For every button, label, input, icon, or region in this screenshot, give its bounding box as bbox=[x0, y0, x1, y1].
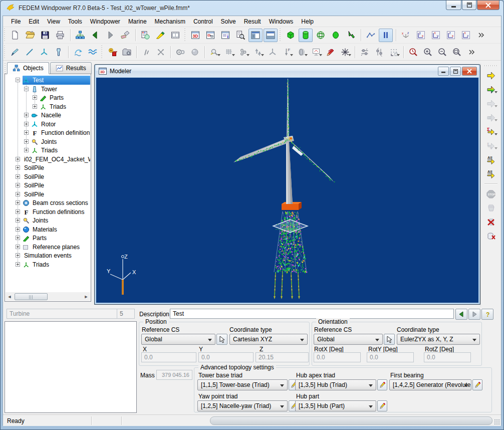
back-arrow-button[interactable] bbox=[88, 29, 102, 42]
expand-icon[interactable] bbox=[16, 157, 20, 161]
waves-button[interactable] bbox=[86, 46, 100, 59]
next-object-button[interactable] bbox=[468, 309, 480, 320]
stop-sign-button[interactable]: STOP bbox=[483, 187, 498, 200]
wireframe-sphere-button[interactable] bbox=[314, 29, 328, 42]
object-browser-button[interactable] bbox=[138, 29, 152, 42]
expand-icon[interactable] bbox=[16, 218, 20, 223]
run-all-arrow-button[interactable]: All bbox=[483, 153, 498, 166]
menu-help[interactable]: Help bbox=[297, 17, 318, 27]
menu-result[interactable]: Result bbox=[240, 17, 265, 27]
menu-edit[interactable]: Edit bbox=[25, 17, 43, 27]
menu-marine[interactable]: Marine bbox=[124, 17, 151, 27]
tower-base-triad-combo[interactable]: [1,1,5] Tower-base (Triad) bbox=[197, 379, 288, 390]
expand-icon[interactable] bbox=[33, 95, 37, 100]
expand-icon[interactable] bbox=[16, 245, 20, 249]
collapse-icon[interactable] bbox=[16, 78, 20, 82]
delete-results-button[interactable] bbox=[483, 230, 498, 243]
tree-item-tower[interactable]: Tower bbox=[6, 85, 90, 94]
expand-icon[interactable] bbox=[16, 253, 20, 258]
solid-cube-button[interactable] bbox=[284, 29, 298, 42]
zoom-fit-button[interactable] bbox=[450, 46, 464, 59]
folder-gear-button[interactable] bbox=[120, 46, 134, 59]
sphere-gray-button[interactable] bbox=[188, 46, 202, 59]
save-button[interactable] bbox=[38, 29, 52, 42]
sketch-lines-button[interactable] bbox=[139, 46, 153, 59]
expand-icon[interactable] bbox=[16, 165, 20, 170]
sea-current-button[interactable] bbox=[71, 46, 85, 59]
expand-icon[interactable] bbox=[24, 113, 29, 117]
grid-plate-button[interactable] bbox=[222, 46, 236, 59]
position-reference-cs-combo[interactable]: Global bbox=[141, 334, 215, 345]
tree-item-function-definitions[interactable]: FFunction definitions bbox=[6, 128, 90, 137]
yaw-point-triad-combo[interactable]: [1,2,5] Nacelle-yaw (Triad) bbox=[197, 400, 288, 411]
overflow-chevron-button[interactable] bbox=[464, 46, 478, 59]
cross-arrows-button[interactable] bbox=[154, 46, 168, 59]
modeler-title-bar[interactable]: 3D Modeler bbox=[96, 65, 479, 77]
run-striped-arrow-button[interactable] bbox=[483, 111, 498, 124]
pause-button[interactable] bbox=[379, 29, 393, 42]
marker-cube-button[interactable] bbox=[105, 46, 119, 59]
position-coordinate-type-combo[interactable]: Cartesian XYZ bbox=[229, 334, 308, 345]
title-bar[interactable]: FEDEM Windpower R7.0 Beta-5 - Test_i02_w… bbox=[1, 1, 503, 16]
description-input[interactable]: Test bbox=[170, 309, 454, 319]
expand-icon[interactable] bbox=[16, 183, 20, 187]
solid-cylinder-button[interactable] bbox=[299, 29, 313, 42]
prev-object-button[interactable] bbox=[455, 309, 467, 320]
zoom-clock-button[interactable] bbox=[406, 46, 420, 59]
gear-pair-button[interactable] bbox=[173, 46, 187, 59]
menu-file[interactable]: File bbox=[7, 17, 25, 27]
expand-icon[interactable] bbox=[16, 192, 20, 196]
expand-icon[interactable] bbox=[24, 130, 29, 135]
scroll-thumb[interactable] bbox=[15, 293, 48, 300]
expand-icon[interactable] bbox=[24, 148, 29, 152]
run-gray-arrow-button[interactable] bbox=[483, 97, 498, 110]
collapse-icon[interactable] bbox=[24, 87, 29, 91]
run-all2-arrow-button[interactable]: All bbox=[483, 167, 498, 180]
view-info-button[interactable]: i bbox=[218, 29, 232, 42]
tree-item-nacelle[interactable]: Nacelle bbox=[6, 111, 90, 120]
red-pencil-button[interactable] bbox=[324, 46, 338, 59]
tree-item-rotor[interactable]: Rotor bbox=[6, 120, 90, 129]
outline-ellipse-button[interactable] bbox=[329, 29, 343, 42]
tree-item-i02-fem-oc4-jacket-wate[interactable]: i02_FEM_OC4_Jacket_Wate bbox=[6, 155, 90, 164]
tree-item-parts[interactable]: Parts bbox=[6, 234, 90, 243]
expand-icon[interactable] bbox=[16, 209, 20, 214]
tree-item-soilpile[interactable]: SoilPile bbox=[6, 181, 90, 190]
maximize-button[interactable] bbox=[462, 1, 476, 10]
tree-item-joints[interactable]: Joints bbox=[6, 216, 90, 225]
tree-item-materials[interactable]: Materials bbox=[6, 225, 90, 234]
print-button[interactable] bbox=[53, 29, 67, 42]
modeler-viewport[interactable]: ZXY bbox=[96, 78, 478, 303]
tree-item-parts[interactable]: Parts bbox=[6, 93, 90, 102]
tire-button[interactable] bbox=[295, 46, 309, 59]
find-button[interactable] bbox=[233, 29, 247, 42]
layout-bottom-button[interactable] bbox=[264, 29, 278, 42]
orientation-reference-cs-combo[interactable]: Global bbox=[314, 334, 383, 345]
sliders-h-button[interactable] bbox=[358, 46, 372, 59]
expand-icon[interactable] bbox=[16, 174, 20, 179]
view-control-button[interactable] bbox=[203, 29, 217, 42]
beam-button[interactable] bbox=[52, 46, 66, 59]
expand-icon[interactable] bbox=[24, 139, 29, 144]
expand-icon[interactable] bbox=[16, 227, 20, 232]
menu-control[interactable]: Control bbox=[189, 17, 217, 27]
force-f-button[interactable]: F bbox=[280, 46, 294, 59]
tree-horizontal-scrollbar[interactable]: ◄ ► bbox=[6, 292, 90, 301]
menu-windpower[interactable]: Windpower bbox=[86, 17, 124, 27]
overflow-chevron-button[interactable] bbox=[474, 29, 488, 42]
tree-item-simulation-events[interactable]: Simulation events bbox=[6, 251, 90, 260]
eraser-button[interactable] bbox=[118, 29, 132, 42]
minimize-button[interactable] bbox=[446, 1, 461, 10]
appearance-pen-button[interactable] bbox=[153, 29, 167, 42]
animation-film-button[interactable] bbox=[168, 29, 182, 42]
gear-dots-button[interactable] bbox=[236, 46, 250, 59]
run-rainbow-arrow-button[interactable] bbox=[483, 83, 498, 96]
expand-icon[interactable] bbox=[16, 262, 20, 267]
view-axis-xz-button[interactable]: xz bbox=[399, 29, 413, 42]
layout-left-button[interactable] bbox=[248, 29, 263, 42]
tree-item-triads[interactable]: Triads bbox=[6, 146, 90, 155]
measure-pen-button[interactable] bbox=[8, 46, 22, 59]
modeler-minimize-button[interactable] bbox=[438, 67, 449, 76]
resize-grip[interactable] bbox=[494, 419, 500, 425]
orientation-coordinate-type-combo[interactable]: EulerZYX as X, Y, Z bbox=[397, 334, 480, 345]
